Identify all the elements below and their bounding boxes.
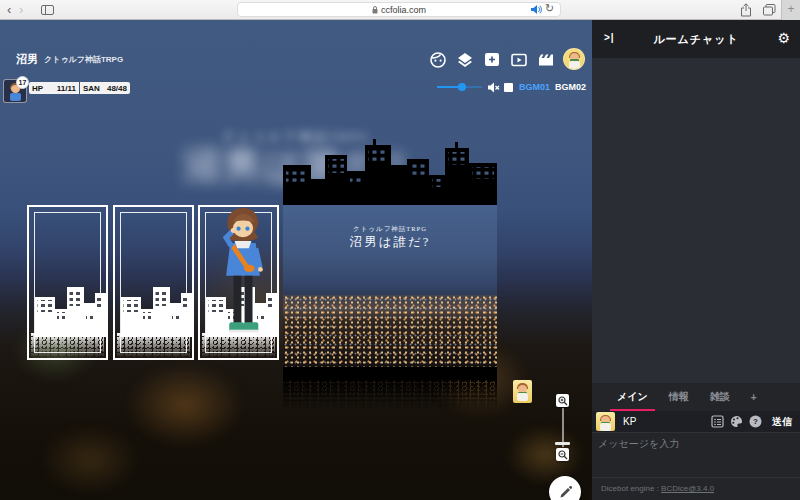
settings-gear-icon[interactable]: ⚙ [777, 30, 790, 46]
frame-speckle-art [117, 333, 190, 358]
room-chat-panel: >| ルームチャット ⚙ メイン 情報 雑談 + KP ? 送信 [592, 20, 800, 500]
browser-back-button[interactable]: ‹ [7, 0, 11, 19]
frame-skyline-art [119, 273, 192, 337]
video-icon[interactable] [510, 51, 528, 69]
tab-chitchat[interactable]: 雑談 [710, 390, 730, 404]
mini-character-token[interactable] [513, 380, 532, 403]
panel-frame-1[interactable] [27, 205, 108, 360]
speaker-avatar[interactable] [596, 412, 615, 431]
browser-forward-button[interactable]: › [19, 0, 23, 19]
card-small-title: クトゥルフ神話TRPG [283, 225, 497, 234]
add-panel-icon[interactable] [483, 51, 501, 69]
speaker-name-input[interactable]: KP [623, 416, 636, 427]
mute-icon[interactable] [487, 81, 500, 94]
hp-label: HP [32, 84, 43, 93]
new-tab-button[interactable]: + [781, 0, 800, 20]
characters-face-icon[interactable] [429, 51, 447, 69]
svg-text:?: ? [753, 417, 758, 426]
tabs-overview-icon[interactable] [763, 4, 776, 16]
hp-value: 11/11 [57, 84, 76, 93]
browser-toolbar: ‹ › ccfolia.com ↻ + [0, 0, 800, 20]
dicebot-engine-label: Dicebot engine : [601, 484, 661, 493]
zoom-in-button[interactable] [556, 394, 569, 407]
san-stat: SAN 48/48 [80, 82, 130, 94]
bgm1-label[interactable]: BGM01 [519, 82, 550, 92]
reload-button[interactable]: ↻ [545, 2, 554, 15]
chat-header: >| ルームチャット ⚙ [592, 20, 800, 58]
message-input-area[interactable]: メッセージを入力 [592, 432, 800, 477]
color-palette-icon[interactable] [730, 415, 743, 428]
chat-input-toolbar: KP ? 送信 [592, 411, 800, 432]
scene-movie-icon[interactable] [537, 51, 555, 69]
tab-audio-icon[interactable] [530, 4, 542, 15]
help-icon[interactable]: ? [749, 415, 762, 428]
board-canvas[interactable]: クトゥルフ神話TRPG 沼男は誰だ? 沼男 クトゥルフ神話TRPG 17 HP … [0, 20, 592, 500]
zoom-slider-handle[interactable] [555, 442, 570, 445]
room-title: 沼男 [16, 52, 38, 67]
dicebot-footer: Dicebot engine : BCDice@3.4.0 [592, 477, 800, 500]
share-icon[interactable] [740, 3, 752, 17]
scene-card[interactable]: クトゥルフ神話TRPG 沼男は誰だ? [283, 135, 497, 410]
card-speckle-art [283, 379, 497, 410]
card-skyline-art [283, 135, 497, 207]
lock-icon [372, 6, 378, 14]
message-input-placeholder: メッセージを入力 [598, 437, 679, 451]
tab-main[interactable]: メイン [617, 390, 648, 404]
san-value: 48/48 [107, 84, 127, 93]
sidebar-icon[interactable] [41, 5, 54, 15]
chat-message-list[interactable] [592, 58, 800, 383]
room-subtitle: クトゥルフ神話TRPG [44, 54, 123, 65]
panel-frame-2[interactable] [113, 205, 194, 360]
chat-tabs: メイン 情報 雑談 + [592, 383, 800, 411]
user-avatar[interactable] [563, 48, 585, 70]
zoom-out-button[interactable] [556, 448, 569, 461]
dicebot-version-link[interactable]: BCDice@3.4.0 [661, 484, 714, 493]
bgm2-label[interactable]: BGM02 [555, 82, 586, 92]
screenshot-stage: ‹ › ccfolia.com ↻ + クトゥルフ神話TRPG 沼男は誰だ? 沼… [0, 0, 800, 500]
url-bar[interactable]: ccfolia.com [237, 2, 561, 17]
collapse-panel-icon[interactable]: >| [604, 32, 615, 43]
card-large-title: 沼男は誰だ? [283, 234, 497, 251]
hp-stat: HP 11/11 [29, 82, 79, 94]
pencil-icon [559, 486, 572, 499]
character-token[interactable] [211, 206, 275, 354]
url-text: ccfolia.com [381, 5, 426, 15]
initiative-badge: 17 [16, 76, 29, 89]
layers-icon[interactable] [456, 51, 474, 69]
card-city-lights [283, 295, 497, 367]
stop-button[interactable] [504, 83, 513, 92]
tab-add-button[interactable]: + [751, 392, 757, 403]
send-button[interactable]: 送信 [772, 415, 792, 429]
volume-slider-knob[interactable] [458, 83, 466, 91]
character-sheet-icon[interactable] [711, 415, 724, 428]
chat-panel-title: ルームチャット [592, 32, 800, 47]
edit-fab-button[interactable] [549, 476, 581, 500]
frame-skyline-art [33, 273, 106, 337]
frame-speckle-art [31, 333, 104, 358]
san-label: SAN [83, 84, 100, 93]
tab-info[interactable]: 情報 [669, 390, 689, 404]
